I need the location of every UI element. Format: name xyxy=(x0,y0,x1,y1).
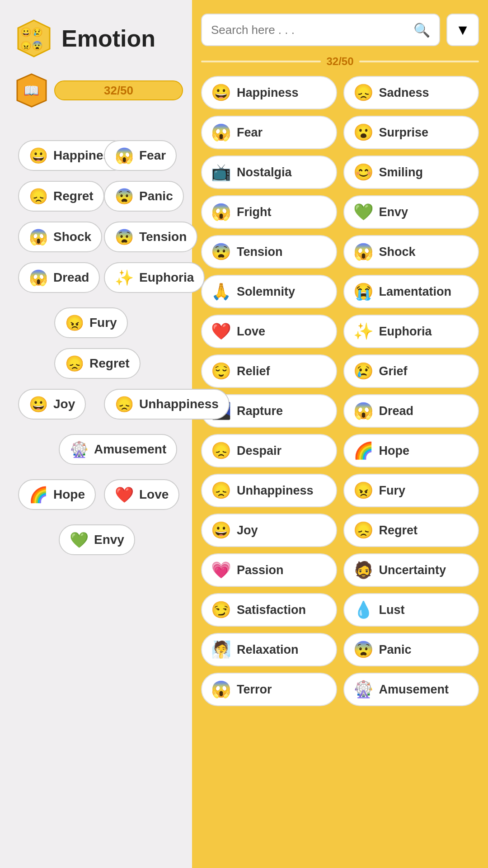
grid-emoji: 🎡 xyxy=(353,680,374,699)
grid-chip-relief[interactable]: 😌Relief xyxy=(201,354,337,388)
grid-chip-tension[interactable]: 😨Tension xyxy=(201,235,337,269)
grid-chip-regret[interactable]: 😞Regret xyxy=(343,514,479,547)
grid-emoji: 😞 xyxy=(211,481,231,500)
grid-emoji: 💧 xyxy=(353,600,374,619)
chip-label: Joy xyxy=(53,397,75,411)
chip-emoji: 🎡 xyxy=(70,440,89,458)
grid-chip-passion[interactable]: 💗Passion xyxy=(201,553,337,587)
grid-chip-grief[interactable]: 😢Grief xyxy=(343,354,479,388)
grid-emoji: 😱 xyxy=(353,242,374,261)
grid-chip-joy[interactable]: 😀Joy xyxy=(201,514,337,547)
grid-emoji: 😠 xyxy=(353,481,374,500)
left-chip-unhappiness[interactable]: 😞Unhappiness xyxy=(104,389,230,420)
grid-chip-relaxation[interactable]: 🧖Relaxation xyxy=(201,633,337,666)
grid-emoji: 💗 xyxy=(211,561,231,580)
grid-chip-terror[interactable]: 😱Terror xyxy=(201,673,337,706)
grid-chip-satisfaction[interactable]: 😏Satisfaction xyxy=(201,593,337,627)
grid-label: Nostalgia xyxy=(237,165,292,179)
grid-chip-lust[interactable]: 💧Lust xyxy=(343,593,479,627)
grid-emoji: ❤️ xyxy=(211,322,231,341)
left-chip-amusement[interactable]: 🎡Amusement xyxy=(59,434,177,465)
left-chip-hope[interactable]: 🌈Hope xyxy=(18,479,96,510)
left-chip-fear[interactable]: 😱Fear xyxy=(104,140,177,171)
progress-line-right xyxy=(359,61,479,62)
grid-chip-solemnity[interactable]: 🙏Solemnity xyxy=(201,275,337,308)
chip-label: Shock xyxy=(53,230,91,244)
grid-chip-surprise[interactable]: 😮Surprise xyxy=(343,116,479,149)
grid-scroll[interactable]: 😀Happiness😞Sadness😱Fear😮Surprise📺Nostalg… xyxy=(201,76,479,859)
grid-chip-fear[interactable]: 😱Fear xyxy=(201,116,337,149)
grid-emoji: ✨ xyxy=(353,322,374,341)
progress-badge-icon: 📖 xyxy=(14,72,50,108)
left-chip-envy[interactable]: 💚Envy xyxy=(59,524,135,555)
grid-chip-hope[interactable]: 🌈Hope xyxy=(343,434,479,467)
grid-label: Fury xyxy=(379,484,406,498)
chip-emoji: 😨 xyxy=(115,228,134,246)
grid-chip-happiness[interactable]: 😀Happiness xyxy=(201,76,337,109)
grid-emoji: 🌈 xyxy=(353,441,374,460)
grid-chip-unhappiness[interactable]: 😞Unhappiness xyxy=(201,474,337,507)
grid-chip-fright[interactable]: 😱Fright xyxy=(201,195,337,229)
chip-emoji: 😱 xyxy=(29,269,48,287)
left-chip-joy[interactable]: 😀Joy xyxy=(18,389,86,420)
grid-chip-amusement[interactable]: 🎡Amusement xyxy=(343,673,479,706)
left-chip-panic[interactable]: 😨Panic xyxy=(104,181,184,212)
grid-label: Shock xyxy=(379,245,416,259)
left-chip-euphoria[interactable]: ✨Euphoria xyxy=(104,262,205,293)
grid-chip-sadness[interactable]: 😞Sadness xyxy=(343,76,479,109)
grid-emoji: 😞 xyxy=(353,83,374,102)
grid-label: Grief xyxy=(379,364,408,378)
chip-emoji: 😨 xyxy=(115,187,134,205)
grid-chip-smiling[interactable]: 😊Smiling xyxy=(343,156,479,189)
grid-chip-panic[interactable]: 😨Panic xyxy=(343,633,479,666)
chip-label: Euphoria xyxy=(139,270,194,285)
grid-label: Sadness xyxy=(379,86,429,100)
search-input[interactable] xyxy=(211,23,413,37)
grid-label: Dread xyxy=(379,404,414,418)
grid-label: Joy xyxy=(237,524,258,538)
grid-emoji: 😨 xyxy=(353,640,374,659)
grid-emoji: 😱 xyxy=(353,401,374,420)
grid-label: Lamentation xyxy=(379,285,452,299)
left-chip-shock[interactable]: 😱Shock xyxy=(18,222,102,252)
grid-chip-despair[interactable]: 😞Despair xyxy=(201,434,337,467)
grid-chip-envy[interactable]: 💚Envy xyxy=(343,195,479,229)
left-chip-regret[interactable]: 😞Regret xyxy=(18,181,104,212)
progress-bar-outer: 32/50 xyxy=(54,80,183,100)
grid-chip-love[interactable]: ❤️Love xyxy=(201,315,337,348)
grid-emoji: 😊 xyxy=(353,163,374,182)
grid-label: Envy xyxy=(379,205,408,219)
left-chip-dread[interactable]: 😱Dread xyxy=(18,262,100,293)
left-chip-fury[interactable]: 😠Fury xyxy=(54,307,128,338)
grid-emoji: 💚 xyxy=(353,203,374,222)
grid-chip-dread[interactable]: 😱Dread xyxy=(343,394,479,428)
grid-emoji: 😞 xyxy=(353,521,374,540)
right-panel: 🔍 ▼ 32/50 😀Happiness😞Sadness😱Fear😮Surpri… xyxy=(192,0,488,868)
grid-label: Love xyxy=(237,325,265,339)
app-header: 😀😢 😠😨 Emotion xyxy=(14,18,183,59)
left-chip-regret[interactable]: 😞Regret xyxy=(54,348,141,379)
svg-marker-0 xyxy=(18,20,50,57)
left-chip-love[interactable]: ❤️Love xyxy=(104,479,179,510)
filter-button[interactable]: ▼ xyxy=(446,14,479,46)
grid-label: Surprise xyxy=(379,126,429,140)
grid-chip-nostalgia[interactable]: 📺Nostalgia xyxy=(201,156,337,189)
grid-label: Satisfaction xyxy=(237,603,306,617)
progress-indicator: 32/50 xyxy=(201,55,479,68)
left-chip-tension[interactable]: 😨Tension xyxy=(104,222,197,252)
grid-chip-shock[interactable]: 😱Shock xyxy=(343,235,479,269)
grid-label: Fear xyxy=(237,126,263,140)
grid-chip-uncertainty[interactable]: 🧔Uncertainty xyxy=(343,553,479,587)
grid-chip-lamentation[interactable]: 😭Lamentation xyxy=(343,275,479,308)
chip-emoji: 😠 xyxy=(65,314,84,332)
app-logo: 😀😢 😠😨 xyxy=(14,18,54,59)
grid-label: Panic xyxy=(379,643,412,657)
emotion-grid: 😀Happiness😞Sadness😱Fear😮Surprise📺Nostalg… xyxy=(201,76,479,715)
grid-chip-euphoria[interactable]: ✨Euphoria xyxy=(343,315,479,348)
chip-label: Regret xyxy=(89,356,130,371)
grid-label: Euphoria xyxy=(379,325,432,339)
search-input-wrap[interactable]: 🔍 xyxy=(201,14,440,46)
chip-emoji: ✨ xyxy=(115,269,134,287)
grid-chip-fury[interactable]: 😠Fury xyxy=(343,474,479,507)
search-icon-button[interactable]: 🔍 xyxy=(413,22,430,38)
